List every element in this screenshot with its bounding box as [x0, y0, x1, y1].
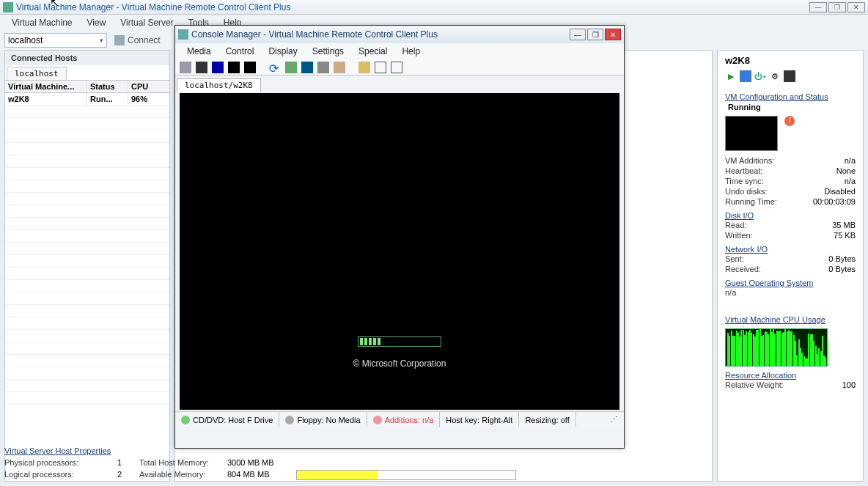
phys-proc-value: 1: [92, 458, 122, 467]
console-menu-control[interactable]: Control: [218, 45, 262, 58]
avail-mem-value: 804 MB MB: [227, 470, 286, 480]
host-properties-panel: Virtual Server Host Properties Physical …: [4, 446, 708, 480]
console-statusbar: CD/DVD: Host F Drive Floppy: No Media Ad…: [175, 411, 624, 427]
menu-view[interactable]: View: [80, 16, 114, 29]
section-diskio-link[interactable]: Disk I/O: [725, 211, 754, 220]
console-minimize-button[interactable]: —: [570, 29, 586, 40]
tb-pause-icon[interactable]: [196, 62, 207, 73]
section-cpu-link[interactable]: Virtual Machine CPU Usage: [725, 315, 825, 324]
vm-name-cell: w2K8: [5, 93, 87, 105]
netio-row: Received:0 Bytes: [725, 264, 856, 274]
diskio-value: 35 MB: [832, 221, 856, 229]
status-additions[interactable]: Additions: n/a: [367, 412, 441, 427]
settings-icon[interactable]: ⚙: [769, 70, 781, 82]
vm-thumbnail[interactable]: [725, 116, 778, 151]
host-tabstrip: localhost: [5, 65, 169, 80]
chevron-down-icon: ▾: [100, 37, 103, 44]
vm-table: Virtual Machine... Status CPU w2K8 Run..…: [5, 80, 169, 481]
phys-proc-key: Physical processors:: [4, 458, 85, 467]
console-menu-settings[interactable]: Settings: [305, 45, 351, 58]
console-tab[interactable]: localhost/w2K8: [177, 78, 261, 92]
diskio-row: Read:35 MB: [725, 220, 856, 230]
boot-progress-bar: [358, 336, 441, 347]
vm-status-label: Running: [725, 101, 856, 116]
tb-poweroff-icon[interactable]: [228, 62, 240, 73]
console-viewport[interactable]: © Microsoft Corporation: [180, 93, 619, 410]
diskio-row: Written:75 KB: [725, 230, 856, 240]
vm-prop-key: Heartbeat:: [725, 166, 762, 175]
host-combobox[interactable]: localhost ▾: [4, 33, 107, 48]
section-netio-link[interactable]: Network I/O: [725, 245, 768, 254]
status-floppy[interactable]: Floppy: No Media: [279, 412, 367, 427]
col-cpu[interactable]: CPU: [128, 81, 165, 92]
relweight-key: Relative Weight:: [725, 380, 784, 389]
console-menu-display[interactable]: Display: [261, 45, 304, 58]
power-icon[interactable]: ⏻▾: [754, 70, 766, 82]
vm-prop-row: Running Time:00:00:03:09: [725, 196, 856, 207]
tb-connect-icon[interactable]: [180, 62, 191, 73]
tb-user-icon[interactable]: [358, 62, 370, 73]
cpu-usage-graph: [725, 328, 828, 367]
console-menu-special[interactable]: Special: [351, 45, 394, 58]
status-grip[interactable]: ⋰: [576, 412, 624, 427]
maximize-button[interactable]: ❐: [828, 2, 846, 12]
console-icon: [178, 29, 188, 40]
monitor-icon[interactable]: [740, 70, 751, 82]
tb-windowed-icon[interactable]: [391, 62, 402, 73]
status-cd[interactable]: CD/DVD: Host F Drive: [175, 412, 279, 427]
play-icon[interactable]: ▶: [725, 70, 737, 82]
vm-cpu-cell: 96%: [128, 93, 165, 105]
connect-button[interactable]: Connect: [114, 35, 161, 45]
menu-virtual-machine[interactable]: Virtual Machine: [4, 16, 80, 29]
connect-icon: [114, 35, 125, 45]
netio-value: 0 Bytes: [828, 265, 856, 273]
tb-display-icon[interactable]: [301, 62, 313, 73]
table-filler: [5, 106, 169, 405]
netio-key: Sent:: [725, 254, 744, 263]
status-hostkey: Host key: Right-Alt: [440, 412, 519, 427]
tb-save-icon[interactable]: [212, 62, 224, 73]
console-menu-media[interactable]: Media: [180, 45, 218, 58]
console-menu-help[interactable]: Help: [394, 45, 427, 58]
host-tab-localhost[interactable]: localhost: [7, 67, 67, 80]
tb-settings-icon[interactable]: [285, 62, 297, 73]
col-vm-name[interactable]: Virtual Machine...: [5, 81, 87, 92]
console-icon[interactable]: [784, 70, 795, 82]
tb-info-icon[interactable]: [334, 62, 345, 73]
vm-name-heading: w2K8: [725, 55, 856, 66]
vm-prop-row: VM Additions:n/a: [725, 155, 856, 166]
vm-action-toolbar: ▶ ⏻▾ ⚙: [725, 70, 856, 82]
close-button[interactable]: ✕: [847, 2, 865, 12]
console-titlebar[interactable]: Console Manager - Virtual Machine Remote…: [175, 26, 624, 43]
tb-reset-icon[interactable]: ⟳: [269, 62, 281, 73]
section-config-link[interactable]: VM Configuration and Status: [725, 92, 828, 101]
host-properties-link[interactable]: Virtual Server Host Properties: [4, 446, 111, 455]
relweight-value: 100: [842, 380, 856, 389]
console-toolbar: ⟳: [175, 59, 624, 76]
total-mem-value: 3000 MB MB: [227, 458, 286, 467]
minimize-button[interactable]: —: [809, 2, 827, 12]
connect-label: Connect: [128, 35, 161, 45]
status-resizing: Resizing: off: [519, 412, 575, 427]
console-tabstrip: localhost/w2K8: [175, 76, 624, 92]
main-window-title: Virtual Machine Manager - Virtual Machin…: [16, 2, 290, 12]
tb-stop-icon[interactable]: [244, 62, 256, 73]
boot-copyright-text: © Microsoft Corporation: [180, 358, 619, 369]
tb-snapshot-icon[interactable]: [317, 62, 329, 73]
netio-value: 0 Bytes: [828, 254, 856, 263]
tb-fullscreen-icon[interactable]: [375, 62, 386, 73]
col-status[interactable]: Status: [87, 81, 128, 92]
vm-prop-row: Time sync:n/a: [725, 176, 856, 186]
vm-prop-value: n/a: [845, 156, 856, 165]
section-resource-link[interactable]: Resource Allocation: [725, 371, 796, 380]
diskio-key: Read:: [725, 221, 746, 229]
table-row[interactable]: w2K8 Run... 96%: [5, 93, 169, 106]
console-close-button[interactable]: ✕: [605, 29, 621, 40]
left-pane: Connected Hosts localhost Virtual Machin…: [4, 50, 170, 482]
section-guest-link[interactable]: Guest Operating System: [725, 279, 813, 287]
avail-mem-key: Available Memory:: [139, 470, 220, 480]
console-maximize-button[interactable]: ❐: [587, 29, 603, 40]
vm-prop-key: Time sync:: [725, 177, 764, 185]
menu-virtual-server[interactable]: Virtual Server: [113, 16, 180, 29]
vm-prop-key: Undo disks:: [725, 187, 767, 196]
